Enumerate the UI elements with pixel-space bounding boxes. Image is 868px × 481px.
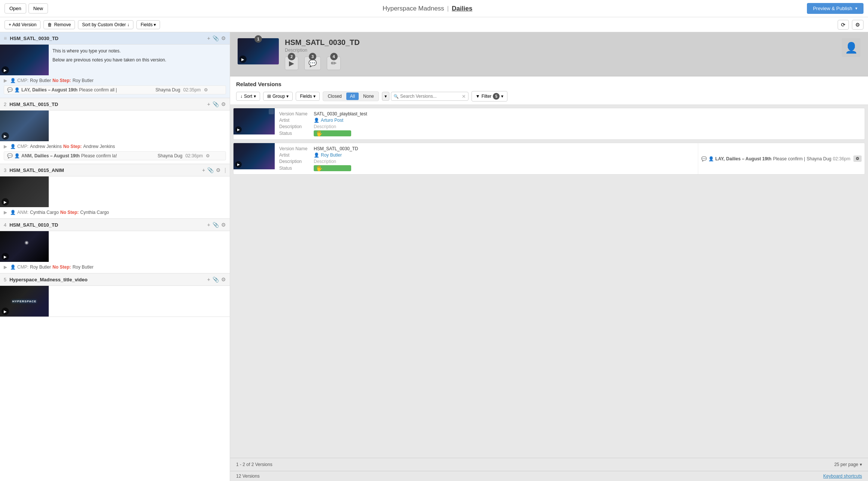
version-3-thumbnail[interactable]: ▶: [0, 176, 49, 207]
group-button[interactable]: ⊞ Group ▾: [263, 92, 293, 101]
rv-thumbnail-2[interactable]: ▶: [233, 143, 275, 169]
add-icon-4[interactable]: +: [207, 222, 210, 228]
version-4-bottom: ▶ 👤 CMP: Roy Butler No Step: Roy Butler: [0, 262, 230, 273]
preview-publish-button[interactable]: Preview & Publish ▾: [807, 3, 864, 14]
rv-field-artist-1: Artist 👤 Arturo Post: [279, 118, 860, 123]
clip-icon-5[interactable]: 📎: [213, 276, 219, 282]
search-input[interactable]: [400, 92, 460, 100]
fields-button-rp[interactable]: Fields ▾: [296, 92, 320, 101]
rv2-comment-text: Please confirm |: [773, 156, 805, 161]
version-2-thumbnail[interactable]: ▶: [0, 111, 49, 141]
search-dropdown-button[interactable]: ▾: [382, 92, 389, 101]
clip-icon[interactable]: 📎: [213, 35, 219, 41]
fields-button[interactable]: Fields ▾: [136, 20, 160, 29]
comment-gear-icon-2[interactable]: ⚙: [206, 153, 210, 158]
version-1-content: ▶ This is where you type your notes. Bel…: [0, 45, 230, 75]
rv-value-version-name-1: SATL_0030_playblast_test: [314, 111, 367, 117]
filter-chevron-icon: ▾: [501, 94, 503, 99]
refresh-button[interactable]: ⟳: [838, 20, 849, 30]
add-icon[interactable]: +: [207, 35, 210, 41]
avatar-icon: 👤: [845, 42, 858, 54]
badge-1: 1: [254, 35, 262, 43]
version-5-notes-area[interactable]: [49, 286, 230, 317]
settings-button[interactable]: ⚙: [852, 20, 864, 30]
version-2-notes-area[interactable]: [49, 111, 230, 141]
action-btn-4-wrap: 4 ✏: [327, 57, 341, 70]
hero-title: HSM_SATL_0030_TD: [285, 38, 836, 47]
rv2-gear-button[interactable]: ⚙: [853, 155, 862, 162]
play-icon[interactable]: ▶: [1, 66, 9, 74]
play-icon-4[interactable]: ▶: [1, 253, 9, 260]
comment-source-2: ANM,: [21, 153, 33, 158]
notes-line-1: This is where you type your notes.: [52, 48, 226, 54]
rv-fields-1: Version Name SATL_0030_playblast_test Ar…: [275, 108, 865, 139]
hero-play-icon[interactable]: ▶: [239, 55, 247, 63]
rv-field-version-name-1: Version Name SATL_0030_playblast_test: [279, 111, 860, 117]
clip-icon-4[interactable]: 📎: [213, 222, 219, 228]
related-versions-section: Related Versions ↓ Sort ▾ ⊞ Group ▾ Fiel…: [230, 76, 868, 105]
version-1-thumbnail[interactable]: ▶: [0, 45, 49, 75]
group-grid-icon: ⊞: [267, 94, 271, 99]
clip-icon-3[interactable]: 📎: [207, 167, 214, 173]
version-5-thumbnail[interactable]: ▶ HYPERSPACE: [0, 286, 49, 317]
rv-play-icon-1[interactable]: ▶: [235, 126, 242, 133]
version-1-notes[interactable]: This is where you type your notes. Below…: [49, 45, 230, 75]
keyboard-shortcuts-link[interactable]: Keyboard shortcuts: [823, 474, 862, 479]
add-icon-5[interactable]: +: [207, 276, 210, 282]
no-step-label-2: No Step:: [63, 144, 82, 149]
total-versions: 12 Versions: [236, 474, 260, 479]
remove-button[interactable]: 🗑 Remove: [43, 20, 75, 29]
version-4-notes-area[interactable]: [49, 231, 230, 262]
rv-artist-name-2: Roy Butler: [321, 152, 342, 158]
divider-line: |: [224, 167, 226, 173]
sort-button[interactable]: ↓ Sort ▾: [236, 92, 260, 101]
version-4-thumbnail[interactable]: ▶: [0, 231, 49, 262]
rv-value-version-name-2: HSM_SATL_0030_TD: [314, 146, 358, 151]
add-icon-2[interactable]: +: [207, 101, 210, 107]
gear-icon-2[interactable]: ⚙: [221, 101, 226, 107]
toolbar2-right: ⟳ ⚙: [838, 20, 864, 30]
dailies-link[interactable]: Dailies: [452, 5, 473, 12]
filter-tab-closed[interactable]: Closed: [324, 93, 345, 100]
gear-icon-5[interactable]: ⚙: [221, 276, 226, 282]
per-page-selector[interactable]: 25 per page ▾: [834, 462, 862, 467]
comment-gear-icon[interactable]: ⚙: [204, 87, 208, 93]
arrow-icon-2: ▶: [4, 144, 7, 149]
title-separator: |: [447, 5, 449, 12]
rv-value-artist-1[interactable]: 👤 Arturo Post: [314, 118, 343, 123]
play-icon-3[interactable]: ▶: [1, 198, 9, 206]
filter-tab-all[interactable]: All: [346, 93, 359, 100]
version-3-notes-area[interactable]: [49, 176, 230, 207]
comment-source-1: LAY,: [21, 87, 31, 93]
comment-person-icon-2: 👤: [14, 153, 20, 158]
rv-thumbnail-1[interactable]: ▶: [233, 108, 275, 134]
rv-status-green-1: 🖐: [314, 130, 351, 136]
rv-thumb-overlay-1: [269, 109, 274, 114]
filter-button[interactable]: ▼ Filter 5 ▾: [471, 91, 508, 102]
play-icon-2[interactable]: ▶: [1, 132, 9, 140]
add-icon-3[interactable]: +: [202, 167, 205, 173]
add-version-button[interactable]: + Add Version: [4, 20, 40, 29]
rv2-comment-daily: Dailies – August 19th: [726, 156, 772, 161]
step-person-4: Roy Butler: [30, 264, 51, 270]
sort-down-icon-rp: ↓: [240, 94, 242, 99]
rv-artist-person-icon-2: 👤: [314, 152, 319, 158]
per-page-chevron-icon: ▾: [860, 462, 862, 467]
gear-icon[interactable]: ⚙: [221, 35, 226, 41]
clear-search-icon[interactable]: ✕: [462, 94, 466, 99]
rv-play-icon-2[interactable]: ▶: [235, 161, 242, 168]
version-2-actions: + 📎 ⚙: [207, 101, 226, 107]
notes-line-2: Below are previous notes you have taken …: [52, 57, 226, 63]
clip-icon-2[interactable]: 📎: [213, 101, 219, 107]
rv-value-artist-2[interactable]: 👤 Roy Butler: [314, 152, 342, 158]
gear-icon-4[interactable]: ⚙: [221, 222, 226, 228]
new-button[interactable]: New: [28, 3, 48, 13]
comment-person-icon: 👤: [14, 87, 20, 93]
gear-icon-3[interactable]: ⚙: [216, 167, 221, 173]
step-label-4: CMP:: [17, 264, 28, 270]
sort-order-button[interactable]: Sort by Custom Order ↓: [78, 20, 133, 29]
open-button[interactable]: Open: [4, 3, 26, 13]
related-versions-list: ▶ Version Name SATL_0030_playblast_test …: [230, 105, 868, 458]
filter-tab-none[interactable]: None: [359, 93, 378, 100]
play-icon-5[interactable]: ▶: [1, 308, 9, 315]
